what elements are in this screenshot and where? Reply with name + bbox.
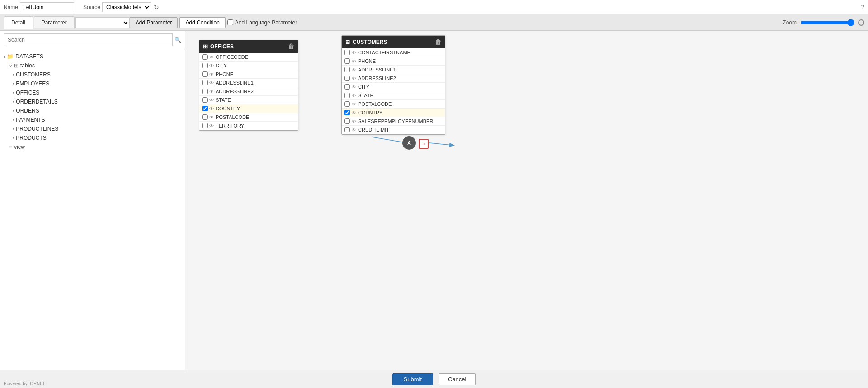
row-name-creditlimit: CREDITLIMIT [358, 127, 389, 132]
source-select[interactable]: ClassicModels [102, 2, 151, 12]
row-checkbox-cust-city[interactable] [344, 84, 350, 90]
tree-arrow-payments: › [13, 118, 14, 123]
eye-icon-cust-postal: 👁 [352, 102, 356, 107]
tree-arrow-productlines: › [13, 127, 14, 132]
row-checkbox-cust-addr2[interactable] [344, 76, 350, 81]
tree-arrow-datasets: › [4, 54, 5, 59]
row-name-cust-city: CITY [358, 84, 369, 90]
add-condition-button[interactable]: Add Condition [179, 17, 225, 28]
customers-table: ⊞ CUSTOMERS 🗑 👁 CONTACTFIRSTNAME 👁 PHONE [341, 35, 445, 135]
table-row: 👁 CREDITLIMIT [342, 126, 445, 134]
tab-detail[interactable]: Detail [4, 16, 33, 29]
table-icon: ⊞ [14, 62, 19, 69]
row-checkbox-cust-phone[interactable] [344, 58, 350, 64]
tree-item-productlines[interactable]: › PRODUCTLINES [0, 124, 185, 133]
name-input[interactable] [20, 2, 74, 12]
row-checkbox-city[interactable] [202, 63, 208, 68]
folder-icon: 📁 [7, 53, 14, 60]
row-name-salesrep: SALESREPEMPLOYEENUMBER [358, 118, 433, 124]
row-name-country: COUNTRY [216, 106, 240, 111]
tree-item-payments[interactable]: › PAYMENTS [0, 115, 185, 124]
tree-item-orderdetails[interactable]: › ORDERDETAILS [0, 97, 185, 106]
row-checkbox-officecode[interactable] [202, 54, 208, 60]
row-checkbox-addressline2[interactable] [202, 89, 208, 94]
employees-label: EMPLOYEES [16, 80, 49, 87]
row-checkbox-cust-postal[interactable] [344, 101, 350, 107]
offices-delete-icon[interactable]: 🗑 [288, 43, 294, 50]
table-row: 👁 STATE [342, 91, 445, 100]
join-circle-a[interactable]: A [402, 136, 416, 150]
row-checkbox-state[interactable] [202, 97, 208, 103]
zoom-slider[interactable] [800, 19, 854, 26]
eye-icon-salesrep: 👁 [352, 119, 356, 124]
tree-item-offices[interactable]: › OFFICES [0, 88, 185, 97]
submit-button[interactable]: Submit [392, 373, 433, 385]
row-checkbox-cust-state[interactable] [344, 93, 350, 98]
row-checkbox-country[interactable] [202, 106, 208, 111]
offices-table: ⊞ OFFICES 🗑 👁 OFFICECODE 👁 CITY 👁 PHONE [199, 40, 298, 131]
tree-item-tables[interactable]: ∨ ⊞ tables [0, 61, 185, 70]
row-checkbox-creditlimit[interactable] [344, 127, 350, 132]
eye-icon-cust-addr2: 👁 [352, 76, 356, 81]
table-row: 👁 CITY [199, 62, 298, 70]
row-checkbox-territory[interactable] [202, 123, 208, 128]
view-label: view [14, 144, 25, 150]
footer: Submit Cancel [0, 370, 868, 388]
table-row: 👁 CONTACTFIRSTNAME [342, 48, 445, 57]
row-name-territory: TERRITORY [216, 123, 244, 128]
customers-delete-icon[interactable]: 🗑 [435, 38, 441, 46]
cancel-button[interactable]: Cancel [439, 373, 476, 385]
table-row: 👁 STATE [199, 96, 298, 104]
datasets-label: DATASETS [15, 53, 43, 60]
customers-title: CUSTOMERS [353, 39, 387, 45]
row-checkbox-contactfirstname[interactable] [344, 50, 350, 55]
row-name-state: STATE [216, 97, 231, 103]
table-row: 👁 ADDRESSLINE1 [199, 79, 298, 87]
row-name-cust-phone: PHONE [358, 58, 376, 64]
offices-title: OFFICES [210, 43, 234, 50]
tree-item-orders[interactable]: › ORDERS [0, 106, 185, 115]
row-checkbox-phone[interactable] [202, 71, 208, 77]
search-input[interactable] [4, 33, 173, 46]
table-row: 👁 ADDRESSLINE2 [342, 74, 445, 83]
sidebar: 🔍 › 📁 DATASETS ∨ ⊞ tables › CUSTOMERS › … [0, 31, 185, 370]
source-dropdown: ClassicModels [102, 2, 151, 12]
refresh-icon[interactable]: ↻ [154, 4, 159, 11]
customers-label: CUSTOMERS [16, 71, 50, 78]
help-icon[interactable]: ? [861, 4, 864, 11]
tree-item-datasets[interactable]: › 📁 DATASETS [0, 52, 185, 61]
row-checkbox-salesrep[interactable] [344, 118, 350, 124]
eye-icon-cust-state: 👁 [352, 93, 356, 98]
row-checkbox-addressline1[interactable] [202, 80, 208, 85]
add-parameter-button[interactable]: Add Parameter [130, 17, 178, 28]
orderdetails-label: ORDERDETAILS [16, 99, 57, 105]
tree-item-customers[interactable]: › CUSTOMERS [0, 70, 185, 79]
eye-icon-cust-phone: 👁 [352, 59, 356, 64]
table-row: 👁 ADDRESSLINE2 [199, 87, 298, 96]
row-checkbox-cust-addr1[interactable] [344, 67, 350, 72]
tab-parameter[interactable]: Parameter [34, 16, 75, 28]
search-box: 🔍 [0, 31, 185, 49]
main-area: 🔍 › 📁 DATASETS ∨ ⊞ tables › CUSTOMERS › … [0, 31, 868, 370]
powered-by: Powered by: OPNBI [4, 381, 44, 386]
row-checkbox-cust-country[interactable] [344, 110, 350, 115]
eye-icon-addressline2: 👁 [209, 89, 214, 94]
tree-item-products[interactable]: › PRODUCTS [0, 133, 185, 142]
lang-param-checkbox[interactable] [227, 19, 233, 25]
table-row: 👁 SALESREPEMPLOYEENUMBER [342, 117, 445, 126]
row-name-cust-state: STATE [358, 93, 373, 98]
productlines-label: PRODUCTLINES [16, 126, 58, 132]
row-checkbox-postalcode[interactable] [202, 114, 208, 120]
tree-item-employees[interactable]: › EMPLOYEES [0, 79, 185, 88]
eye-icon-contactfirstname: 👁 [352, 50, 356, 55]
tab-dropdown[interactable] [75, 17, 130, 28]
svg-line-1 [372, 137, 407, 143]
zoom-area: Zoom [783, 19, 864, 26]
tree-arrow-tables: ∨ [9, 63, 12, 68]
zoom-circle [858, 19, 864, 26]
row-name-contactfirstname: CONTACTFIRSTNAME [358, 50, 410, 55]
table-row-country-highlighted: 👁 COUNTRY [199, 104, 298, 113]
offices-table-icon: ⊞ [203, 43, 208, 50]
tree-item-view[interactable]: ≡ view [0, 142, 185, 151]
row-name-cust-addr2: ADDRESSLINE2 [358, 76, 396, 81]
